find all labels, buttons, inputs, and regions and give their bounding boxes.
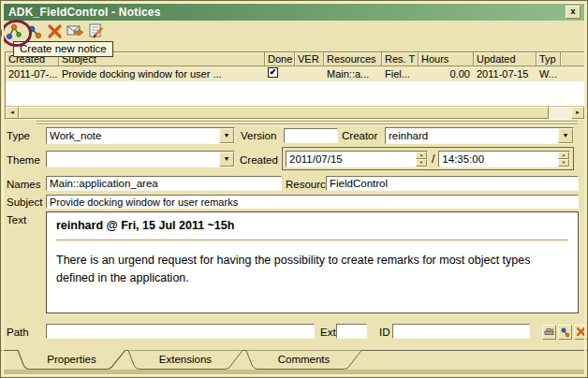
done-checkbox[interactable]: ✔ <box>268 67 278 78</box>
link-notice-button[interactable] <box>25 22 44 40</box>
text-area[interactable]: reinhard @ Fri, 15 Jul 2011 ~15h There i… <box>46 211 579 313</box>
created-time-field[interactable]: 14:35:00 ▲ ▼ <box>438 151 570 167</box>
remove-x-icon <box>575 326 587 338</box>
col-ver[interactable]: VER <box>295 52 324 65</box>
path-label: Path <box>7 327 29 338</box>
cell-created: 2011-07-... <box>6 66 59 81</box>
spin-up-icon[interactable]: ▲ <box>416 152 427 159</box>
ext-input[interactable] <box>336 324 367 339</box>
created-time-value: 14:35:00 <box>439 152 558 167</box>
close-icon: x <box>570 7 575 16</box>
scrollbar-track[interactable] <box>549 107 571 119</box>
pick-object-icon <box>543 326 555 338</box>
notices-dialog: ADK_FieldControl - Notices x <box>0 0 588 378</box>
edit-note-icon <box>87 22 106 40</box>
cell-subject: Provide docking window for user ... <box>59 66 265 81</box>
delete-notice-button[interactable] <box>46 22 65 40</box>
cell-hours: 0.00 <box>419 66 474 81</box>
col-done[interactable]: Done <box>265 52 295 65</box>
scrollbar-thumb[interactable] <box>19 107 549 119</box>
send-mail-icon <box>66 22 84 40</box>
window-title: ADK_FieldControl - Notices <box>4 6 161 19</box>
scroll-right-button[interactable]: ► <box>571 107 584 119</box>
col-hours[interactable]: Hours <box>419 52 474 65</box>
version-label: Version <box>241 130 276 141</box>
spin-down-icon[interactable]: ▼ <box>416 159 427 167</box>
creator-label: Creator <box>342 130 377 141</box>
resource-label: Resource <box>286 179 331 190</box>
scroll-left-button[interactable]: ◄ <box>6 107 19 119</box>
check-icon: ✔ <box>270 67 277 77</box>
tab-extensions[interactable]: Extensions <box>128 351 243 369</box>
subject-input[interactable]: Provide docking window for user remarks <box>46 195 579 209</box>
text-entry-body: There is an urgend request for having th… <box>56 252 568 287</box>
cell-resources: Main::a... <box>324 66 382 81</box>
send-notice-button[interactable] <box>66 22 84 40</box>
resource-input[interactable]: FieldControl <box>326 176 579 191</box>
id-label: ID <box>379 327 390 338</box>
tab-properties[interactable]: Properties <box>18 351 125 369</box>
edit-notice-button[interactable] <box>87 22 106 40</box>
table-row[interactable]: 2011-07-... Provide docking window for u… <box>6 66 584 81</box>
created-date-value: 2011/07/15 <box>287 152 416 167</box>
spin-up-icon[interactable]: ▲ <box>558 152 569 159</box>
dropdown-arrow-icon[interactable]: ▼ <box>558 128 573 143</box>
pick-object-button[interactable] <box>542 325 556 340</box>
scroll-left-icon: ◄ <box>9 109 15 115</box>
created-date-field[interactable]: 2011/07/15 ▲ ▼ <box>286 151 428 167</box>
link-notice-small-button[interactable] <box>558 325 572 340</box>
subject-label: Subject <box>7 196 42 208</box>
creator-value: reinhard <box>386 128 558 143</box>
names-input[interactable]: Main::application_area <box>46 176 282 191</box>
type-value: Work_note <box>47 128 219 143</box>
text-entry-rule <box>56 240 568 240</box>
tooltip: Create new notice <box>13 41 113 57</box>
names-label: Names <box>7 179 40 190</box>
separator-groove <box>37 124 578 125</box>
created-label: Created <box>240 154 278 166</box>
close-button[interactable]: x <box>566 6 581 19</box>
cell-done: ✔ <box>265 66 295 81</box>
col-resources[interactable]: Resources <box>324 52 382 65</box>
tab-comments[interactable]: Comments <box>246 351 361 369</box>
created-datetime-group: 2011/07/15 ▲ ▼ / 14:35:00 ▲ ▼ <box>282 147 574 170</box>
theme-label: Theme <box>7 154 40 166</box>
scroll-right-icon: ► <box>575 109 581 115</box>
remove-notice-button[interactable] <box>574 325 588 340</box>
col-typ[interactable]: Typ <box>537 52 561 65</box>
type-dropdown[interactable]: Work_note ▼ <box>46 127 235 144</box>
horizontal-scrollbar[interactable]: ◄ ► <box>6 106 584 119</box>
window-bottom-edge <box>4 370 584 374</box>
theme-dropdown[interactable]: ▼ <box>46 151 235 167</box>
version-input[interactable] <box>284 128 338 143</box>
type-label: Type <box>7 130 30 141</box>
titlebar[interactable]: ADK_FieldControl - Notices x <box>4 4 584 21</box>
spin-down-icon[interactable]: ▼ <box>558 159 569 167</box>
cell-updated: 2011-07-15 <box>474 66 537 81</box>
col-res-t[interactable]: Res. T <box>382 52 419 65</box>
dropdown-arrow-icon[interactable]: ▼ <box>219 152 234 167</box>
cell-extra <box>561 66 584 81</box>
link-notice-icon <box>25 22 44 40</box>
create-notice-icon <box>4 22 22 40</box>
creator-dropdown[interactable]: reinhard ▼ <box>385 127 574 144</box>
col-updated[interactable]: Updated <box>474 52 537 65</box>
table-empty-area <box>6 81 584 107</box>
date-time-separator: / <box>428 153 438 166</box>
text-label: Text <box>7 214 26 225</box>
notices-table: Created Subject Done VER Resources Res. … <box>5 51 585 120</box>
cell-typ: W... <box>537 66 561 81</box>
delete-x-icon <box>46 22 65 40</box>
text-entry-header: reinhard @ Fri, 15 Jul 2011 ~15h <box>56 219 568 232</box>
theme-value <box>47 152 219 167</box>
cell-ver <box>295 66 324 81</box>
col-extra[interactable] <box>561 52 584 65</box>
id-input[interactable] <box>392 324 530 339</box>
link-notice-icon <box>559 326 571 338</box>
dropdown-arrow-icon[interactable]: ▼ <box>219 128 234 143</box>
path-input[interactable] <box>46 324 315 339</box>
create-notice-button[interactable] <box>4 22 22 40</box>
separator-groove <box>37 121 578 123</box>
cell-res-t: Fiel... <box>382 66 419 81</box>
